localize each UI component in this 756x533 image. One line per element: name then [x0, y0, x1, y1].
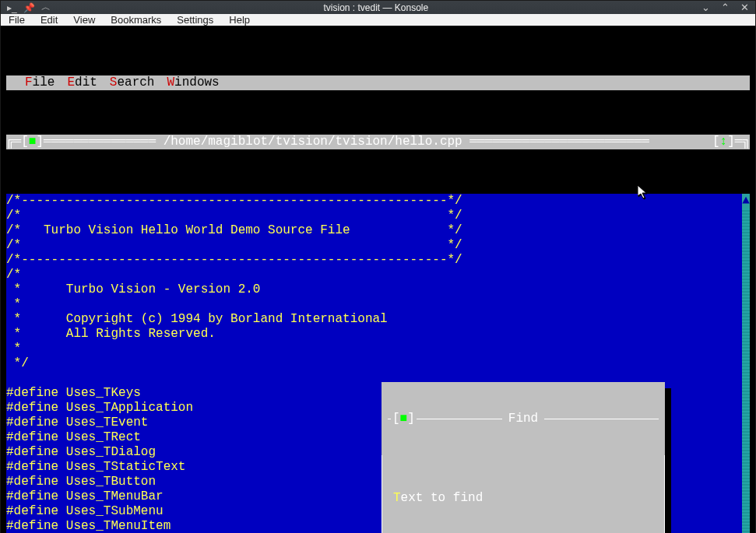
find-dialog: [■] Find Text to find #include <tvision/…: [382, 382, 665, 533]
tvision-app: File Edit Search Windows ╔═[■] ═════════…: [6, 31, 750, 533]
minimize-button[interactable]: ⌄: [701, 2, 710, 13]
code-line[interactable]: * Turbo Vision - Version 2.0: [6, 282, 742, 297]
code-line[interactable]: /*--------------------------------------…: [6, 194, 742, 209]
code-line[interactable]: /* */: [6, 209, 742, 223]
menu-view[interactable]: View: [73, 14, 95, 26]
code-line[interactable]: *: [6, 342, 742, 356]
code-line[interactable]: */: [6, 356, 742, 371]
code-line[interactable]: * All Rights Reserved.: [6, 327, 742, 342]
konsole-menubar: File Edit View Bookmarks Settings Help: [1, 14, 755, 26]
code-line[interactable]: /* Turbo Vision Hello World Demo Source …: [6, 223, 742, 238]
code-line[interactable]: * Copyright (c) 1994 by Borland Internat…: [6, 312, 742, 327]
konsole-window: ▸_ 📌 ︿ tvision : tvedit — Konsole ⌄ ⌃ ✕ …: [0, 0, 756, 533]
find-label: Text to find: [393, 491, 653, 506]
menu-file[interactable]: File: [9, 14, 25, 26]
chevrons-up-icon[interactable]: ︿: [41, 1, 51, 14]
tv-menu-search[interactable]: Search: [104, 75, 161, 90]
tv-menubar: File Edit Search Windows: [6, 75, 750, 90]
scroll-up-icon[interactable]: ▲: [742, 194, 750, 209]
menu-edit[interactable]: Edit: [40, 14, 58, 26]
editor-close-icon[interactable]: ╔═[■]: [6, 135, 44, 149]
scroll-track[interactable]: [742, 209, 750, 533]
code-line[interactable]: /* */: [6, 238, 742, 253]
find-title: Find: [502, 412, 544, 426]
code-line[interactable]: /*--------------------------------------…: [6, 253, 742, 268]
terminal-area: File Edit Search Windows ╔═[■] ═════════…: [1, 26, 755, 533]
editor-zoom-icon[interactable]: [↕]═╗: [712, 135, 750, 149]
editor-frame-top: ╔═[■] ═══════════════ /home/magiblot/tvi…: [6, 135, 750, 149]
titlebar: ▸_ 📌 ︿ tvision : tvedit — Konsole ⌄ ⌃ ✕: [1, 1, 755, 14]
window-title: tvision : tvedit — Konsole: [51, 2, 701, 13]
find-titlebar: [■] Find: [382, 412, 665, 426]
pin-icon[interactable]: 📌: [23, 2, 35, 13]
maximize-button[interactable]: ⌃: [721, 2, 730, 13]
editor-title: /home/magiblot/tvision/tvision/hello.cpp: [164, 135, 462, 149]
tv-menu-windows[interactable]: Windows: [160, 75, 225, 90]
tv-menu-edit[interactable]: Edit: [61, 75, 103, 90]
code-line[interactable]: /*: [6, 268, 742, 282]
menu-help[interactable]: Help: [229, 14, 250, 26]
editor-body[interactable]: /*--------------------------------------…: [6, 194, 750, 533]
menu-bookmarks[interactable]: Bookmarks: [111, 14, 161, 26]
close-button[interactable]: ✕: [740, 2, 749, 13]
terminal-icon: ▸_: [7, 2, 17, 13]
tv-menu-file[interactable]: File: [19, 75, 61, 90]
mouse-cursor-icon: [638, 185, 649, 203]
vertical-scrollbar[interactable]: ▲ ▼: [742, 194, 750, 533]
find-close-icon[interactable]: [■]: [391, 412, 417, 426]
menu-settings[interactable]: Settings: [177, 14, 213, 26]
code-line[interactable]: *: [6, 297, 742, 312]
